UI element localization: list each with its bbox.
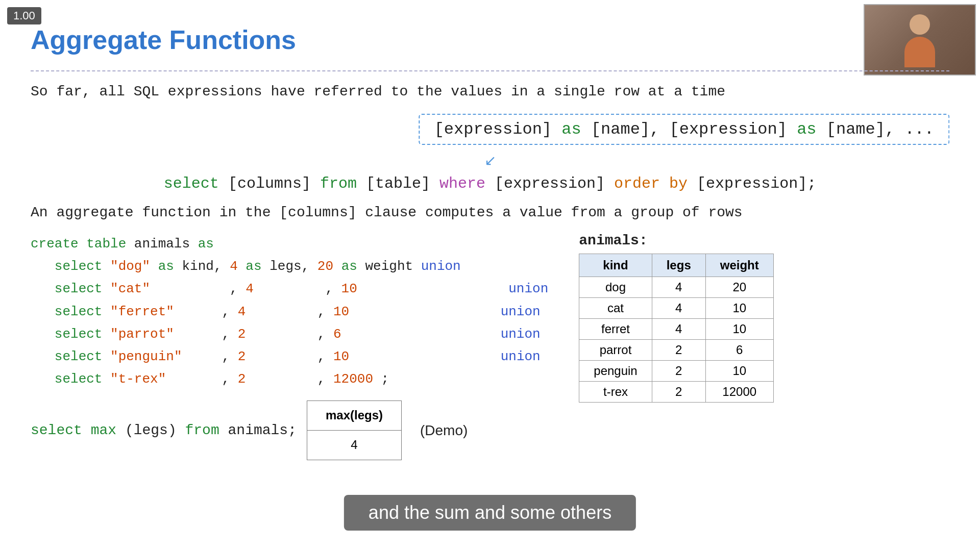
aggregate-text: An aggregate function in the [columns] c…: [31, 205, 949, 220]
result-table: max(legs) 4: [307, 400, 402, 460]
code-line-2: select "dog" as kind, 4 as legs, 20 as w…: [31, 255, 548, 278]
code-line-7: select "t-rex" , 2 , 12000 ;: [31, 368, 548, 390]
result-header: max(legs): [307, 401, 401, 431]
code-block: create table animals as select "dog" as …: [31, 233, 548, 460]
cell-r4-c1: 2: [652, 361, 705, 382]
arrow-down: ↙: [31, 152, 949, 169]
expression-box: [expression] as [name], [expression] as …: [419, 114, 949, 145]
table-area: animals: kind legs weight dog420cat410fe…: [579, 233, 773, 403]
table-row: dog420: [579, 277, 773, 298]
code-line-5: select "parrot" , 2 , 6 union: [31, 323, 548, 345]
cell-r5-c2: 12000: [705, 382, 773, 403]
cell-r2-c1: 4: [652, 319, 705, 340]
cell-r0-c1: 4: [652, 277, 705, 298]
where-keyword: where: [439, 175, 485, 192]
cell-r3-c0: parrot: [579, 340, 652, 361]
select-keyword: select: [164, 175, 219, 192]
as1-keyword: as: [561, 120, 581, 139]
cell-r0-c2: 20: [705, 277, 773, 298]
expr1-bracket: [expression]: [434, 120, 562, 139]
sql-line: select [columns] from [table] where [exp…: [31, 175, 949, 192]
col-kind: kind: [579, 254, 652, 277]
code-line-6: select "penguin" , 2 , 10 union: [31, 345, 548, 368]
expr2-bracket: [expression];: [697, 175, 816, 192]
cell-r1-c1: 4: [652, 298, 705, 319]
from-keyword: from: [320, 175, 357, 192]
expression-box-wrapper: [expression] as [name], [expression] as …: [31, 114, 949, 149]
name1-bracket: [name], [expression]: [581, 120, 797, 139]
cell-r1-c0: cat: [579, 298, 652, 319]
table-row: cat410: [579, 298, 773, 319]
page-title: Aggregate Functions: [31, 24, 949, 55]
cell-r1-c2: 10: [705, 298, 773, 319]
table-row: parrot26: [579, 340, 773, 361]
main-content: Aggregate Functions So far, all SQL expr…: [0, 0, 980, 551]
animals-table: kind legs weight dog420cat410ferret410pa…: [579, 254, 773, 403]
table-row: penguin210: [579, 361, 773, 382]
cell-r3-c1: 2: [652, 340, 705, 361]
col-weight: weight: [705, 254, 773, 277]
cell-r0-c0: dog: [579, 277, 652, 298]
cell-r2-c2: 10: [705, 319, 773, 340]
table-title: animals:: [579, 233, 773, 248]
table-bracket: [table]: [366, 175, 439, 192]
table-row: ferret410: [579, 319, 773, 340]
as2-keyword: as: [797, 120, 816, 139]
code-line-3: select "cat" , 4 , 10 union: [31, 278, 548, 300]
columns-bracket: [columns]: [228, 175, 320, 192]
cell-r4-c0: penguin: [579, 361, 652, 382]
table-row: t-rex212000: [579, 382, 773, 403]
result-value: 4: [307, 431, 401, 460]
subtitle-bar: and the sum and some others: [344, 495, 636, 531]
section-separator: [31, 70, 949, 71]
demo-text: (Demo): [420, 418, 468, 443]
cell-r4-c2: 10: [705, 361, 773, 382]
by-keyword: by: [669, 175, 688, 192]
expr-bracket: [expression]: [495, 175, 614, 192]
cell-r2-c0: ferret: [579, 319, 652, 340]
code-line-1: create table animals as: [31, 233, 548, 255]
cell-r3-c2: 6: [705, 340, 773, 361]
cell-r5-c0: t-rex: [579, 382, 652, 403]
col-legs: legs: [652, 254, 705, 277]
code-and-table: create table animals as select "dog" as …: [31, 233, 949, 460]
name2-bracket: [name], ...: [817, 120, 934, 139]
intro-text: So far, all SQL expressions have referre…: [31, 84, 949, 99]
select-max-line: select max (legs) from animals; max(legs…: [31, 400, 548, 460]
code-line-4: select "ferret" , 4 , 10 union: [31, 300, 548, 323]
order-keyword: order: [614, 175, 660, 192]
cell-r5-c1: 2: [652, 382, 705, 403]
